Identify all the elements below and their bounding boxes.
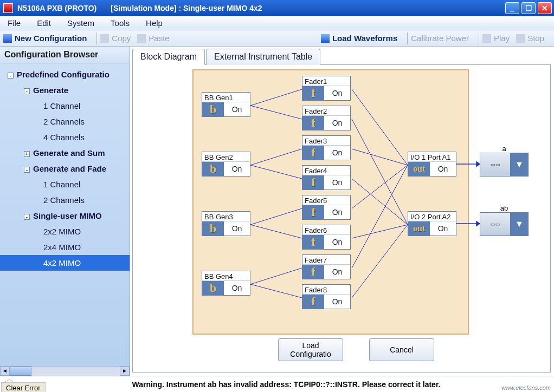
block-fader4[interactable]: Fader4 fOn <box>302 165 351 190</box>
tree-1channel[interactable]: 1 Channel <box>0 98 130 114</box>
copy-button[interactable]: Copy <box>100 34 131 43</box>
fader-icon: f <box>302 295 324 309</box>
instrument-label: a <box>480 145 528 153</box>
copy-icon <box>100 34 109 43</box>
menu-file[interactable]: File <box>8 18 21 28</box>
block-label: Fader1 <box>302 76 350 86</box>
tree-2x4-mimo[interactable]: 2x4 MIMO <box>0 239 130 255</box>
block-status: On <box>324 265 350 279</box>
collapse-icon[interactable]: - <box>24 167 30 173</box>
bb-icon: b <box>202 162 224 176</box>
block-fader5[interactable]: Fader5 fOn <box>302 195 351 220</box>
block-status: On <box>224 281 250 295</box>
block-status: On <box>224 221 250 236</box>
block-status: On <box>324 235 350 249</box>
bb-icon: b <box>202 281 224 295</box>
close-button[interactable]: ✕ <box>538 2 552 14</box>
block-bb-gen1[interactable]: BB Gen1 bOn <box>202 92 250 117</box>
block-fader7[interactable]: Fader7 fOn <box>302 254 351 279</box>
scroll-left-button[interactable]: ◄ <box>0 367 10 376</box>
block-label: BB Gen1 <box>202 93 250 102</box>
app-icon <box>3 3 13 13</box>
block-status: On <box>224 162 250 176</box>
tree-single-user-mimo[interactable]: -Single-user MIMO <box>0 208 130 224</box>
collapse-icon[interactable]: - <box>8 73 14 79</box>
window-titlebar: N5106A PXB (PROTO) [Simulation Mode] : S… <box>0 0 554 16</box>
tab-external-instrument[interactable]: External Instrument Table <box>206 49 320 65</box>
tree-generate-sum[interactable]: +Generate and Sum <box>0 145 130 161</box>
title-mode: [Simulation Mode] : Single-user MIMO 4x2 <box>111 4 262 12</box>
block-bb-gen2[interactable]: BB Gen2 bOn <box>202 152 250 177</box>
sidebar-header: Configuration Browser <box>0 47 130 63</box>
collapse-icon[interactable]: - <box>24 88 30 94</box>
play-icon <box>482 34 491 43</box>
menu-edit[interactable]: Edit <box>37 18 51 28</box>
block-io1[interactable]: I/O 1 Port A1 outOn <box>408 152 456 177</box>
block-fader3[interactable]: Fader3 fOn <box>302 135 351 160</box>
block-status: On <box>430 162 456 176</box>
instrument-label: ab <box>480 204 528 212</box>
tree-2x2-mimo[interactable]: 2x2 MIMO <box>0 224 130 239</box>
tree-4channels[interactable]: 4 Channels <box>0 129 130 145</box>
block-status: On <box>324 205 350 219</box>
menu-system[interactable]: System <box>67 18 94 28</box>
expand-icon[interactable]: + <box>24 151 30 157</box>
block-label: Fader5 <box>302 195 350 205</box>
scroll-right-button[interactable]: ► <box>120 367 130 376</box>
tree-fade-2channels[interactable]: 2 Channels <box>0 192 130 208</box>
block-bb-gen3[interactable]: BB Gen3 bOn <box>202 211 250 236</box>
block-status: On <box>324 86 350 100</box>
clear-error-button[interactable]: Clear Error <box>1 382 46 392</box>
block-fader8[interactable]: Fader8 fOn <box>302 284 351 309</box>
bb-icon: b <box>202 102 224 116</box>
menu-tools[interactable]: Tools <box>111 18 130 28</box>
minimize-button[interactable]: _ <box>505 2 519 14</box>
calibrate-power-button[interactable]: Calibrate Power <box>411 34 469 43</box>
instrument-ab[interactable]: ab ▭▭ ▼ <box>480 212 529 236</box>
title-app: N5106A PXB (PROTO) <box>17 4 96 12</box>
menubar: File Edit System Tools Help <box>0 16 554 30</box>
tab-block-diagram[interactable]: Block Diagram <box>132 49 205 65</box>
load-waveforms-button[interactable]: Load Waveforms <box>321 34 397 43</box>
block-label: Fader4 <box>302 166 350 175</box>
block-label: I/O 2 Port A2 <box>408 212 456 221</box>
stop-icon <box>516 34 525 43</box>
sidebar-hscrollbar[interactable]: ◄ ► <box>0 366 130 376</box>
instrument-dropdown[interactable]: ▼ <box>511 153 528 176</box>
tree-generate-fade[interactable]: -Generate and Fade <box>0 161 130 177</box>
tree-generate[interactable]: -Generate <box>0 82 130 98</box>
block-io2[interactable]: I/O 2 Port A2 outOn <box>408 211 456 236</box>
block-fader6[interactable]: Fader6 fOn <box>302 225 351 250</box>
block-label: Fader2 <box>302 106 350 116</box>
block-bb-gen4[interactable]: BB Gen4 bOn <box>202 271 250 296</box>
sidebar: Configuration Browser -Predefined Config… <box>0 47 130 376</box>
block-label: Fader6 <box>302 225 350 235</box>
new-config-button[interactable]: New Configuration <box>3 34 87 43</box>
instrument-dropdown[interactable]: ▼ <box>511 213 528 236</box>
block-diagram-panel: BB Gen1 bOn BB Gen2 bOn BB Gen3 bOn BB G… <box>132 64 551 373</box>
tree-fade-1channel[interactable]: 1 Channel <box>0 177 130 192</box>
fader-icon: f <box>302 175 324 190</box>
bb-icon: b <box>202 221 224 236</box>
tree-2channels[interactable]: 2 Channels <box>0 114 130 129</box>
block-fader1[interactable]: Fader1 fOn <box>302 76 351 101</box>
tree-predefined[interactable]: -Predefined Configuratio <box>0 67 130 82</box>
maximize-button[interactable]: ☐ <box>521 2 536 14</box>
block-label: BB Gen3 <box>202 212 250 221</box>
stop-button[interactable]: Stop <box>516 34 544 43</box>
collapse-icon[interactable]: - <box>24 214 30 220</box>
block-fader2[interactable]: Fader2 fOn <box>302 106 351 130</box>
scroll-thumb[interactable] <box>10 367 31 376</box>
block-label: I/O 1 Port A1 <box>408 152 456 162</box>
instrument-icon: ▭▭ <box>480 153 511 176</box>
out-icon: out <box>408 162 430 176</box>
config-tree[interactable]: -Predefined Configuratio -Generate 1 Cha… <box>0 63 130 366</box>
paste-button[interactable]: Paste <box>137 34 169 43</box>
block-status: On <box>324 295 350 309</box>
instrument-a[interactable]: a ▭▭ ▼ <box>480 153 529 177</box>
statusbar: i Warning. Instrument ab has invalid add… <box>0 376 554 392</box>
block-status: On <box>224 102 250 116</box>
menu-help[interactable]: Help <box>146 18 163 28</box>
play-button[interactable]: Play <box>482 34 510 43</box>
tree-4x2-mimo[interactable]: 4x2 MIMO <box>0 255 130 271</box>
